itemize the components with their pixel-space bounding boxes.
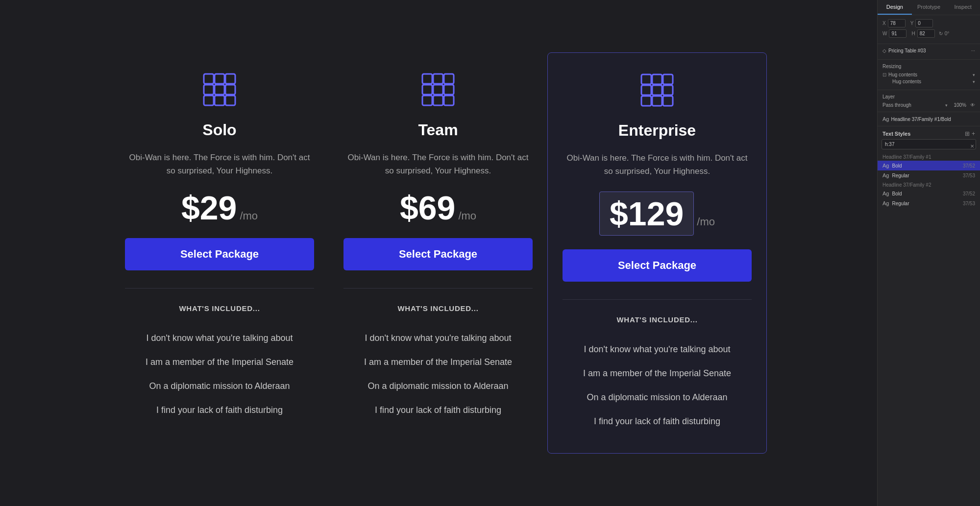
ts-name-bold-2: Bold <box>892 191 960 196</box>
solo-feature-3: On a diplomatic mission to Alderaan <box>125 374 314 398</box>
enterprise-period: /mo <box>697 216 715 228</box>
text-styles-title: Text Styles <box>882 131 963 137</box>
tab-prototype[interactable]: Prototype <box>912 0 946 15</box>
solo-icon <box>202 72 237 107</box>
svg-rect-9 <box>422 74 432 84</box>
ag-icon-bold-1: Ag <box>882 163 889 169</box>
team-price-row: $69 /mo <box>400 191 476 224</box>
y-label: Y <box>910 21 914 26</box>
svg-rect-12 <box>422 85 432 95</box>
breadcrumb-label: Pricing Table #03 <box>888 48 969 53</box>
ts-size-regular-2: 37/53 <box>963 201 975 206</box>
pass-through-row: Pass through ▾ 100% 👁 <box>882 102 975 108</box>
hug-2-label: Hug contents <box>892 79 971 84</box>
team-included-label: WHAT'S INCLUDED... <box>397 304 478 313</box>
xy-row: X Y <box>882 19 975 27</box>
pricing-card-team: Team Obi-Wan is here. The Force is with … <box>329 52 547 454</box>
enterprise-select-button[interactable]: Select Package <box>563 249 752 282</box>
component-name-label: Headline 37/Family #1/Bold <box>891 117 951 122</box>
pricing-table: Solo Obi-Wan is here. The Force is with … <box>110 52 767 454</box>
ts-item-regular-1[interactable]: Ag Regular 37/53 <box>878 170 980 180</box>
panel-tabs: Design Prototype Inspect <box>878 0 980 15</box>
enterprise-feature-2: I am a member of the Imperial Senate <box>563 361 752 386</box>
svg-rect-5 <box>225 85 235 95</box>
pass-through-dropdown-icon[interactable]: ▾ <box>945 103 948 108</box>
more-options-icon[interactable]: ··· <box>971 48 975 53</box>
team-feature-3: On a diplomatic mission to Alderaan <box>343 374 533 398</box>
opacity-value: 100% <box>954 102 966 108</box>
hug-row-2: Hug contents ▾ <box>882 79 975 84</box>
component-label-section: Ag Headline 37/Family #1/Bold <box>878 112 980 126</box>
x-input[interactable] <box>888 19 906 27</box>
pass-through-value: Pass through <box>882 102 943 108</box>
enterprise-icon <box>639 72 675 108</box>
tab-inspect[interactable]: Inspect <box>946 0 980 15</box>
position-section: X Y W H ↻ 0° <box>878 15 980 44</box>
solo-period: /mo <box>240 210 258 222</box>
ts-size-regular-1: 37/53 <box>963 173 975 178</box>
svg-rect-14 <box>444 85 454 95</box>
enterprise-price-row: $129 /mo <box>599 192 715 236</box>
text-styles-search-input[interactable] <box>882 139 976 149</box>
ts-item-bold-2[interactable]: Ag Bold 37/52 <box>878 189 980 198</box>
w-input[interactable] <box>889 29 906 38</box>
svg-rect-10 <box>433 74 443 84</box>
svg-rect-11 <box>444 74 454 84</box>
canvas: Solo Obi-Wan is here. The Force is with … <box>0 0 877 506</box>
enterprise-price-highlight: $129 <box>599 192 694 236</box>
hug-dropdown-1-icon[interactable]: ▾ <box>973 72 975 77</box>
visibility-icon[interactable]: 👁 <box>970 102 975 108</box>
enterprise-feature-4: I find your lack of faith disturbing <box>563 410 752 434</box>
team-select-button[interactable]: Select Package <box>343 238 533 270</box>
tab-design[interactable]: Design <box>878 0 912 15</box>
svg-rect-4 <box>215 85 224 95</box>
ts-item-regular-2[interactable]: Ag Regular 37/53 <box>878 198 980 208</box>
y-input[interactable] <box>915 19 933 27</box>
enterprise-title: Enterprise <box>618 121 696 140</box>
add-style-icon[interactable]: + <box>972 130 975 137</box>
ts-group-1-label: Headline 37/Family #1 <box>878 152 980 161</box>
team-divider <box>343 288 533 289</box>
svg-rect-17 <box>444 96 454 105</box>
ts-item-bold-1[interactable]: Ag Bold 37/52 <box>878 161 980 170</box>
enterprise-price: $129 <box>610 195 684 232</box>
team-feature-1: I don't know what you're talking about <box>343 326 533 350</box>
hug-dropdown-2-icon[interactable]: ▾ <box>973 79 975 84</box>
svg-rect-13 <box>433 85 443 95</box>
enterprise-feature-3: On a diplomatic mission to Alderaan <box>563 386 752 410</box>
team-price: $69 <box>400 191 455 224</box>
search-clear-icon[interactable]: ✕ <box>970 143 974 148</box>
layer-label: Layer <box>882 94 975 99</box>
rotate-icon: ↻ <box>939 31 943 36</box>
solo-feature-1: I don't know what you're talking about <box>125 326 314 350</box>
component-section: ◇ Pricing Table #03 ··· <box>878 44 980 60</box>
resizing-section: Resizing ⊡ Hug contents ▾ Hug contents ▾ <box>878 60 980 90</box>
enterprise-description: Obi-Wan is here. The Force is with him. … <box>563 151 752 178</box>
h-input[interactable] <box>917 29 935 38</box>
svg-rect-22 <box>652 85 662 95</box>
wh-row: W H ↻ 0° <box>882 29 975 38</box>
svg-rect-2 <box>225 74 235 84</box>
text-styles-search-row: ✕ <box>878 139 980 152</box>
pricing-card-enterprise: Enterprise Obi-Wan is here. The Force is… <box>547 52 767 454</box>
resize-frame-icon: ⊡ <box>882 72 886 77</box>
svg-rect-23 <box>663 85 673 95</box>
solo-title: Solo <box>202 121 236 139</box>
solo-description: Obi-Wan is here. The Force is with him. … <box>125 151 314 177</box>
solo-select-button[interactable]: Select Package <box>125 238 314 270</box>
team-feature-4: I find your lack of faith disturbing <box>343 398 533 422</box>
ts-name-regular-2: Regular <box>892 201 960 206</box>
enterprise-included-label: WHAT'S INCLUDED... <box>616 315 697 324</box>
grid-view-icon[interactable]: ⊞ <box>965 130 970 137</box>
svg-rect-20 <box>663 74 673 84</box>
breadcrumb: ◇ Pricing Table #03 ··· <box>882 48 975 53</box>
svg-rect-7 <box>215 96 224 105</box>
ts-group-2-label: Headline 37/Family #2 <box>878 180 980 189</box>
h-label: H <box>911 31 915 36</box>
x-label: X <box>882 21 886 26</box>
layer-section: Layer Pass through ▾ 100% 👁 <box>878 90 980 112</box>
solo-feature-2: I am a member of the Imperial Senate <box>125 350 314 374</box>
ts-size-bold-2: 37/52 <box>963 191 975 196</box>
text-styles-header: Text Styles ⊞ + <box>878 126 980 139</box>
svg-rect-16 <box>433 96 443 105</box>
